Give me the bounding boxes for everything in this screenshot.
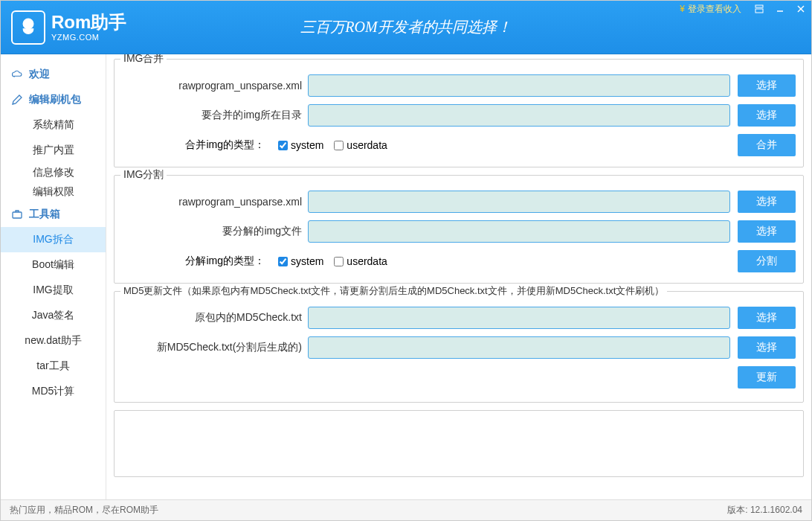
md5-label-new: 新MD5Check.txt(分割后生成的) [122,341,308,354]
sidebar-item-info-edit[interactable]: 信息修改 [1,163,106,182]
merge-type-label: 合并img的类型： [138,138,265,152]
svg-rect-3 [755,5,763,7]
merge-checkbox-userdata[interactable] [334,141,344,150]
md5-label-original: 原包内的MD5Check.txt [122,311,308,325]
panel-md5-update: MD5更新文件（如果原包内有MD5Check.txt文件，请更新分割后生成的MD… [114,291,804,403]
logo-icon [11,10,45,45]
settings-button[interactable] [749,1,770,17]
sidebar-welcome[interactable]: 欢迎 [1,62,106,87]
minimize-button[interactable] [770,1,790,17]
merge-select-rawprogram-button[interactable]: 选择 [738,74,796,97]
md5-select-new-button[interactable]: 选择 [738,336,796,359]
split-select-imgfile-button[interactable]: 选择 [738,220,796,243]
sidebar-toolbox[interactable]: 工具箱 [1,202,106,227]
sidebar-item-system-slim[interactable]: 系统精简 [1,112,106,138]
merge-checkbox-system-label: system [291,139,323,151]
close-button[interactable] [790,1,811,17]
split-label-rawprogram: rawprogram_unsparse.xml [122,196,308,208]
slogan-text: 三百万ROM开发者的共同选择！ [300,17,511,37]
sidebar-item-java-sign[interactable]: Java签名 [1,303,106,328]
sidebar-item-perm-edit[interactable]: 编辑权限 [1,182,106,202]
merge-select-imgdir-button[interactable]: 选择 [738,104,796,127]
sidebar-item-newdat[interactable]: new.dat助手 [1,328,106,354]
panel-output: . [114,410,804,477]
merge-input-rawprogram[interactable] [308,74,730,97]
svg-point-1 [25,22,28,24]
split-input-rawprogram[interactable] [308,191,730,213]
md5-select-original-button[interactable]: 选择 [738,307,796,329]
sidebar-item-img-extract[interactable]: IMG提取 [1,278,106,303]
sidebar-item-tar[interactable]: tar工具 [1,354,106,379]
merge-checkbox-userdata-label: userdata [347,139,387,151]
svg-rect-8 [13,212,22,218]
split-action-button[interactable]: 分割 [738,250,796,272]
merge-label-rawprogram: rawprogram_unsparse.xml [122,80,308,92]
split-checkbox-userdata-label: userdata [347,255,387,267]
statusbar-version: 版本: 12.1.1602.04 [727,504,802,517]
md5-input-original[interactable] [308,307,730,329]
merge-action-button[interactable]: 合并 [738,134,796,156]
app-logo: Rom助手 YZMG.COM [11,10,126,45]
sidebar: 欢迎 编辑刷机包 系统精简 推广内置 信息修改 编辑权限 工具箱 IMG拆合 B… [1,54,106,499]
statusbar: 热门应用，精品ROM，尽在ROM助手 版本: 12.1.1602.04 [1,499,811,520]
merge-label-imgdir: 要合并的img所在目录 [122,109,308,122]
statusbar-left-text: 热门应用，精品ROM，尽在ROM助手 [10,504,158,517]
svg-rect-4 [755,9,763,13]
logo-title: Rom助手 [51,13,126,32]
split-input-imgfile[interactable] [308,220,730,243]
svg-point-2 [29,22,31,24]
pencil-icon [11,94,25,106]
merge-checkbox-system[interactable] [278,141,288,150]
split-type-label: 分解img的类型： [138,255,265,268]
sidebar-item-promote[interactable]: 推广内置 [1,138,106,163]
panel-md5-title: MD5更新文件（如果原包内有MD5Check.txt文件，请更新分割后生成的MD… [120,284,667,298]
merge-input-imgdir[interactable] [308,104,730,127]
panel-split-title: IMG分割 [120,168,167,182]
panel-merge-title: IMG合并 [120,54,167,65]
login-text: 登录查看收入 [688,3,741,16]
sidebar-item-md5[interactable]: MD5计算 [1,379,106,404]
md5-action-button[interactable]: 更新 [738,366,796,389]
cloud-icon [11,69,25,80]
split-checkbox-userdata[interactable] [334,257,344,266]
split-checkbox-system[interactable] [278,257,288,266]
coin-icon: ¥ [680,4,685,14]
panel-img-merge: IMG合并 rawprogram_unsparse.xml 选择 要合并的img… [114,59,804,167]
md5-input-new[interactable] [308,336,730,359]
main-content: IMG合并 rawprogram_unsparse.xml 选择 要合并的img… [106,54,811,499]
toolbox-icon [11,208,25,220]
split-label-imgfile: 要分解的img文件 [122,225,308,238]
sidebar-item-img-split-merge[interactable]: IMG拆合 [1,227,106,252]
sidebar-item-boot-edit[interactable]: Boot编辑 [1,252,106,278]
split-checkbox-system-label: system [291,255,323,267]
sidebar-edit-rom[interactable]: 编辑刷机包 [1,87,106,112]
panel-img-split: IMG分割 rawprogram_unsparse.xml 选择 要分解的img… [114,175,804,284]
titlebar: Rom助手 YZMG.COM 三百万ROM开发者的共同选择！ ¥ 登录查看收入 [1,1,811,54]
logo-subtitle: YZMG.COM [51,33,126,42]
split-select-rawprogram-button[interactable]: 选择 [738,191,796,213]
login-link[interactable]: ¥ 登录查看收入 [680,3,741,16]
